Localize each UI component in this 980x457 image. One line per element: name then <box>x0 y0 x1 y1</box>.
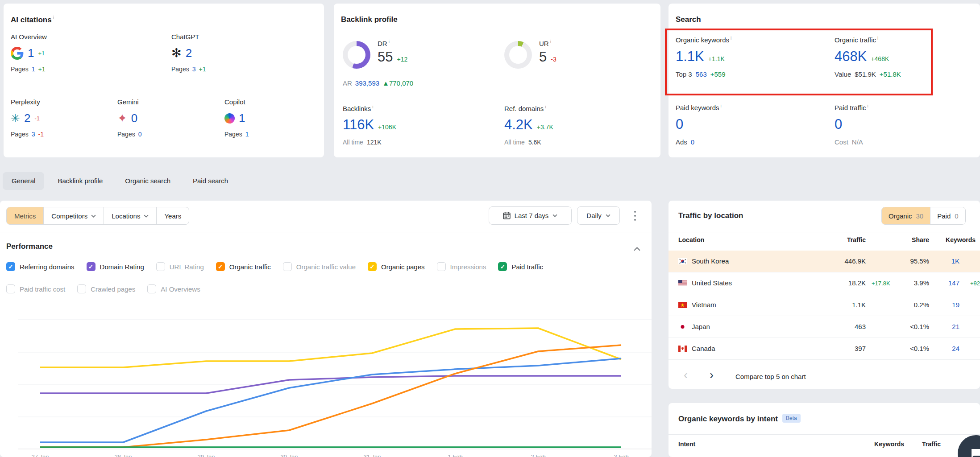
table-row-vietnam[interactable]: Vietnam 1.1K 0.2% 19 <box>669 294 980 316</box>
metric-checkbox-impressions[interactable]: Impressions <box>437 262 486 271</box>
more-options-kebab-icon[interactable] <box>631 210 639 222</box>
pagination-next-icon[interactable]: › <box>710 368 714 382</box>
paid-keywords-value[interactable]: 0 <box>676 116 683 132</box>
x-axis-label: 1 Feb <box>448 453 462 457</box>
tab-backlink-profile[interactable]: Backlink profile <box>49 172 112 190</box>
citation-count[interactable]: 1 <box>239 111 245 125</box>
ar-value[interactable]: 393,593 <box>355 79 379 87</box>
citation-count[interactable]: 1 <box>28 46 34 60</box>
competitors-segment[interactable]: Competitors <box>44 207 104 224</box>
toggle-organic[interactable]: Organic30 <box>882 207 930 224</box>
citation-count[interactable]: 2 <box>186 46 192 60</box>
checkbox-icon[interactable] <box>6 262 15 271</box>
checkbox-label: URL Rating <box>170 263 204 271</box>
checkbox-icon[interactable] <box>216 262 225 271</box>
info-icon[interactable]: i <box>372 104 373 109</box>
chevron-down-icon <box>606 214 610 217</box>
ref-domains-label: Ref. domains <box>504 105 544 112</box>
keywords-link[interactable]: 21 <box>952 323 959 330</box>
pages-delta: +1 <box>199 66 206 73</box>
toggle-paid[interactable]: Paid0 <box>930 207 965 224</box>
top3-value[interactable]: 563 <box>696 70 707 78</box>
checkbox-icon[interactable] <box>156 262 165 271</box>
traffic-value: 446.9K <box>844 257 866 265</box>
backlinks-value[interactable]: 116K <box>343 117 374 133</box>
table-row-japan[interactable]: Japan 463 <0.1% 21 <box>669 316 980 338</box>
table-row-south-korea[interactable]: South Korea 446.9K 95.5% 1K <box>669 251 980 272</box>
keywords-link[interactable]: 24 <box>952 345 959 352</box>
organic-traffic-delta: +468K <box>871 55 889 62</box>
tab-general[interactable]: General <box>3 172 44 190</box>
ref-domains-value[interactable]: 4.2K <box>504 117 533 133</box>
us-flag-icon <box>678 280 687 286</box>
keywords-link[interactable]: 1K <box>951 257 959 265</box>
checkbox-icon[interactable] <box>87 262 96 271</box>
table-row-canada[interactable]: Canada 397 <0.1% 24 <box>669 338 980 360</box>
organic-keywords-delta: +1.1K <box>708 55 725 62</box>
pages-count[interactable]: 0 <box>138 131 142 138</box>
info-icon[interactable]: i <box>545 104 546 109</box>
toggle-label: Organic <box>889 212 912 220</box>
pages-count[interactable]: 1 <box>245 131 249 138</box>
ur-block: URi 5 -3 <box>539 39 556 65</box>
search-card: Search Organic keywordsi 1.1K +1.1K Top … <box>669 4 980 157</box>
paid-traffic-value[interactable]: 0 <box>835 116 842 132</box>
tab-organic-search[interactable]: Organic search <box>116 172 179 190</box>
table-row-united-states[interactable]: United States 18.2K +17.8K 3.9% 147 +92 <box>669 272 980 294</box>
pagination-prev-icon[interactable]: ‹ <box>684 368 688 382</box>
share-value: 95.5% <box>910 257 929 265</box>
citation-count[interactable]: 2 <box>24 111 30 125</box>
metric-checkbox-url-rating[interactable]: URL Rating <box>156 262 204 271</box>
compare-top5-link[interactable]: Compare top 5 on chart <box>735 373 806 380</box>
checkbox-icon[interactable] <box>498 262 507 271</box>
info-icon[interactable]: i <box>53 15 54 20</box>
info-icon[interactable]: i <box>550 39 551 44</box>
organic-traffic-value[interactable]: 468K <box>835 49 867 65</box>
performance-title: Performance <box>6 242 53 251</box>
checkbox-icon[interactable] <box>368 262 377 271</box>
years-segment[interactable]: Years <box>157 207 189 224</box>
checkbox-icon[interactable] <box>6 284 15 293</box>
performance-chart[interactable]: 27 Jan28 Jan29 Jan30 Jan31 Jan1 Feb2 Feb… <box>18 281 652 457</box>
date-range-value: Last 7 days <box>515 212 549 219</box>
pages-count[interactable]: 3 <box>192 66 196 73</box>
citation-count[interactable]: 0 <box>131 111 137 125</box>
collapse-chevron-icon[interactable] <box>634 245 640 253</box>
info-icon[interactable]: i <box>389 39 390 44</box>
metric-checkbox-organic-traffic[interactable]: Organic traffic <box>216 262 271 271</box>
locations-segment[interactable]: Locations <box>104 207 157 224</box>
pages-label: Pages <box>171 66 189 73</box>
metric-checkbox-organic-pages[interactable]: Organic pages <box>368 262 425 271</box>
backlinks-delta: +106K <box>378 124 396 131</box>
divider <box>669 232 980 232</box>
ads-value[interactable]: 0 <box>691 138 694 146</box>
checkbox-label: Impressions <box>450 263 486 271</box>
column-traffic: Traffic <box>922 441 941 448</box>
metric-checkbox-paid-traffic[interactable]: Paid traffic <box>498 262 543 271</box>
metric-checkbox-domain-rating[interactable]: Domain Rating <box>87 262 144 271</box>
ref-domains-block: Ref. domainsi 4.2K +3.7K All time5.6K <box>504 104 638 146</box>
info-icon[interactable]: i <box>731 36 731 41</box>
keywords-link[interactable]: 19 <box>952 301 959 309</box>
metric-checkbox-referring-domains[interactable]: Referring domains <box>6 262 75 271</box>
organic-keywords-value[interactable]: 1.1K <box>676 49 704 65</box>
metrics-segment[interactable]: Metrics <box>7 207 44 224</box>
pages-count[interactable]: 1 <box>32 66 35 73</box>
granularity-select[interactable]: Daily <box>577 206 620 225</box>
copilot-icon <box>224 113 235 124</box>
info-icon[interactable]: i <box>877 36 878 41</box>
traffic-value-amount: $51.9K <box>855 70 876 78</box>
checkbox-icon[interactable] <box>437 262 446 271</box>
metric-checkbox-organic-traffic-value[interactable]: Organic traffic value <box>283 262 356 271</box>
info-icon[interactable]: i <box>721 103 722 108</box>
pages-count[interactable]: 3 <box>32 131 35 138</box>
date-range-picker[interactable]: Last 7 days <box>489 206 572 225</box>
tab-paid-search[interactable]: Paid search <box>184 172 237 190</box>
ai-citations-title-text: AI citations <box>11 16 52 24</box>
series-line-referring-domains <box>40 358 621 442</box>
keywords-link[interactable]: 147 <box>948 279 959 287</box>
checkbox-icon[interactable] <box>283 262 292 271</box>
up-triangle-icon: ▲ <box>382 79 389 87</box>
info-icon[interactable]: i <box>868 103 868 108</box>
toggle-label: Paid <box>937 212 951 220</box>
